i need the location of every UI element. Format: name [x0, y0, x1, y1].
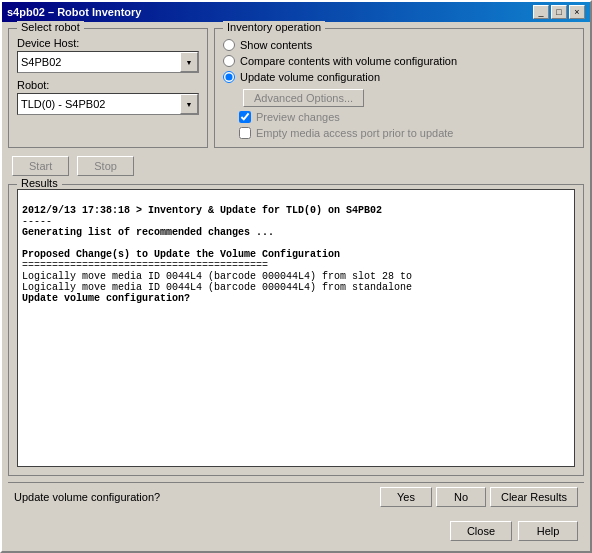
update-label: Update volume configuration — [240, 71, 380, 83]
no-button[interactable]: No — [436, 487, 486, 507]
device-host-label: Device Host: — [17, 37, 199, 49]
show-contents-label: Show contents — [240, 39, 312, 51]
clear-results-button[interactable]: Clear Results — [490, 487, 578, 507]
update-radio[interactable] — [223, 71, 235, 83]
device-host-select[interactable]: S4PB02 — [17, 51, 199, 73]
device-host-wrapper: S4PB02 ▼ — [17, 51, 199, 73]
advanced-options-button[interactable]: Advanced Options... — [243, 89, 364, 107]
preview-changes-wrapper: Preview changes — [239, 111, 575, 123]
compare-option[interactable]: Compare contents with volume configurati… — [223, 55, 575, 67]
window-content: Select robot Device Host: S4PB02 ▼ Robot… — [2, 22, 590, 551]
footer-bar: Close Help — [8, 517, 584, 545]
inventory-operation-group: Inventory operation Show contents Compar… — [214, 28, 584, 148]
select-robot-legend: Select robot — [17, 21, 84, 33]
empty-media-label: Empty media access port prior to update — [256, 127, 453, 139]
preview-changes-checkbox[interactable] — [239, 111, 251, 123]
start-button[interactable]: Start — [12, 156, 69, 176]
update-option[interactable]: Update volume configuration — [223, 71, 575, 83]
help-button[interactable]: Help — [518, 521, 578, 541]
results-box: Results 2012/9/13 17:38:18 > Inventory &… — [8, 184, 584, 476]
select-robot-group: Select robot Device Host: S4PB02 ▼ Robot… — [8, 28, 208, 148]
show-contents-option[interactable]: Show contents — [223, 39, 575, 51]
main-window: s4pb02 – Robot Inventory _ □ × Select ro… — [0, 0, 592, 553]
results-textarea[interactable]: 2012/9/13 17:38:18 > Inventory & Update … — [17, 189, 575, 467]
close-button[interactable]: Close — [450, 521, 512, 541]
bottom-bar: Update volume configuration? Yes No Clea… — [8, 482, 584, 511]
close-button[interactable]: × — [569, 5, 585, 19]
bottom-label: Update volume configuration? — [14, 491, 374, 503]
top-panels: Select robot Device Host: S4PB02 ▼ Robot… — [8, 28, 584, 148]
robot-wrapper: TLD(0) - S4PB02 ▼ — [17, 93, 199, 115]
robot-label: Robot: — [17, 79, 199, 91]
bottom-buttons: Yes No Clear Results — [380, 487, 578, 507]
title-controls: _ □ × — [533, 5, 585, 19]
inventory-radio-group: Show contents Compare contents with volu… — [223, 39, 575, 83]
inventory-op-legend: Inventory operation — [223, 21, 325, 33]
yes-button[interactable]: Yes — [380, 487, 432, 507]
action-buttons: Start Stop — [8, 154, 584, 178]
results-group: Results 2012/9/13 17:38:18 > Inventory &… — [8, 184, 584, 476]
empty-media-wrapper: Empty media access port prior to update — [239, 127, 575, 139]
show-contents-radio[interactable] — [223, 39, 235, 51]
window-title: s4pb02 – Robot Inventory — [7, 6, 141, 18]
results-legend: Results — [17, 177, 62, 189]
compare-radio[interactable] — [223, 55, 235, 67]
compare-label: Compare contents with volume configurati… — [240, 55, 457, 67]
preview-changes-label: Preview changes — [256, 111, 340, 123]
stop-button[interactable]: Stop — [77, 156, 134, 176]
minimize-button[interactable]: _ — [533, 5, 549, 19]
empty-media-checkbox[interactable] — [239, 127, 251, 139]
maximize-button[interactable]: □ — [551, 5, 567, 19]
robot-select[interactable]: TLD(0) - S4PB02 — [17, 93, 199, 115]
title-bar: s4pb02 – Robot Inventory _ □ × — [2, 2, 590, 22]
